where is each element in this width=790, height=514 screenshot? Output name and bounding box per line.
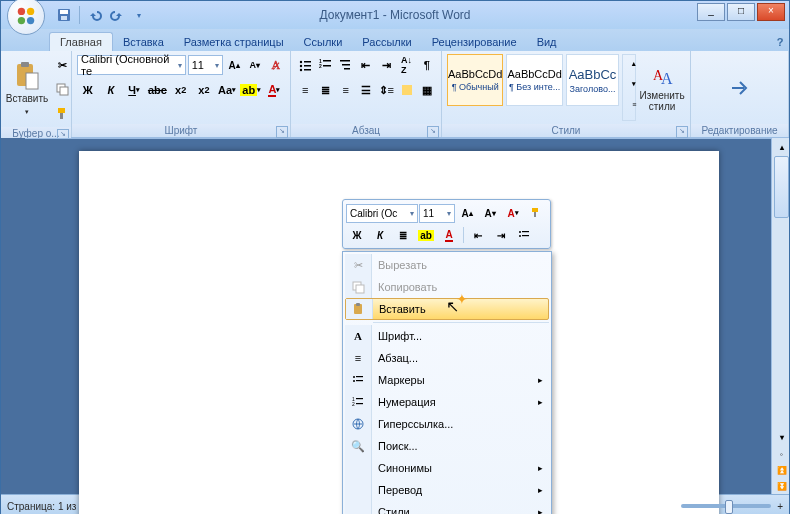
mini-size-combo[interactable]: 11▾ <box>419 204 455 223</box>
ctx-paragraph[interactable]: ≡Абзац... <box>345 347 549 369</box>
mini-font-color[interactable]: A <box>438 225 460 245</box>
ctx-paste[interactable]: Вставить <box>345 298 549 320</box>
bullets-button[interactable] <box>296 54 314 76</box>
line-spacing-button[interactable]: ⇕≡ <box>377 79 395 101</box>
mini-shrink-font[interactable]: A▾ <box>479 203 501 223</box>
mini-bullets[interactable] <box>513 225 535 245</box>
font-size-combo[interactable]: 11▾ <box>188 55 223 75</box>
paste-button[interactable]: Вставить ▾ <box>6 54 48 124</box>
ctx-numbering[interactable]: 12Нумерация▸ <box>345 391 549 413</box>
next-page[interactable]: ⏬ <box>772 478 790 494</box>
ctx-lookup[interactable]: 🔍Поиск... <box>345 435 549 457</box>
tab-mailings[interactable]: Рассылки <box>352 33 421 51</box>
svg-rect-42 <box>356 380 363 381</box>
inc-indent-button[interactable]: ⇥ <box>377 54 395 76</box>
ctx-synonyms[interactable]: Синонимы▸ <box>345 457 549 479</box>
ctx-hyperlink[interactable]: Гиперссылка... <box>345 413 549 435</box>
mini-highlight[interactable]: ab <box>415 225 437 245</box>
svg-rect-11 <box>60 87 68 95</box>
tab-references[interactable]: Ссылки <box>294 33 353 51</box>
tab-insert[interactable]: Вставка <box>113 33 174 51</box>
office-button[interactable] <box>7 0 45 35</box>
mini-format-painter[interactable] <box>525 203 547 223</box>
prev-page[interactable]: ⏫ <box>772 462 790 478</box>
svg-rect-12 <box>58 108 65 113</box>
save-button[interactable] <box>55 6 73 24</box>
undo-button[interactable] <box>86 6 104 24</box>
align-left-button[interactable]: ≡ <box>296 79 314 101</box>
underline-button[interactable]: Ч▾ <box>124 79 145 101</box>
window-controls: _ □ × <box>695 3 785 21</box>
maximize-button[interactable]: □ <box>727 3 755 21</box>
cut-button[interactable]: ✂ <box>51 54 73 76</box>
scroll-up[interactable]: ▴ <box>772 138 790 156</box>
shading-button[interactable] <box>397 79 415 101</box>
multilevel-button[interactable] <box>337 54 355 76</box>
help-button[interactable]: ? <box>771 33 789 51</box>
italic-button[interactable]: К <box>100 79 121 101</box>
superscript-button[interactable]: x2 <box>193 79 214 101</box>
mini-bold[interactable]: Ж <box>346 225 368 245</box>
bold-button[interactable]: Ж <box>77 79 98 101</box>
ctx-bullets[interactable]: Маркеры▸ <box>345 369 549 391</box>
browse-object[interactable]: ◦ <box>772 446 790 462</box>
tab-view[interactable]: Вид <box>527 33 567 51</box>
font-color-button[interactable]: A▾ <box>264 79 285 101</box>
styles-launcher[interactable]: ↘ <box>676 126 688 138</box>
mini-dec-indent[interactable]: ⇤ <box>467 225 489 245</box>
tab-pagelayout[interactable]: Разметка страницы <box>174 33 294 51</box>
ctx-font[interactable]: AШрифт... <box>345 325 549 347</box>
svg-rect-25 <box>342 64 350 66</box>
page-viewport[interactable]: Calibri (Ос▾ 11▾ A▴ A▾ A▾ Ж К ≣ ab <box>26 139 771 514</box>
style-normal[interactable]: AaBbCcDd¶ Обычный <box>447 54 503 106</box>
vertical-scrollbar[interactable]: ▴ ▾ ◦ ⏫ ⏬ <box>771 138 789 494</box>
show-marks-button[interactable]: ¶ <box>418 54 436 76</box>
svg-point-16 <box>300 65 302 67</box>
clear-format-button[interactable]: A̷ <box>266 54 285 76</box>
minimize-button[interactable]: _ <box>697 3 725 21</box>
app-window: ▾ Документ1 - Microsoft Word _ □ × Главн… <box>0 0 790 514</box>
justify-button[interactable]: ☰ <box>357 79 375 101</box>
zoom-slider[interactable] <box>681 504 771 508</box>
subscript-button[interactable]: x2 <box>170 79 191 101</box>
style-heading1[interactable]: AaBbCcЗаголово... <box>566 54 619 106</box>
svg-text:2: 2 <box>352 401 355 407</box>
borders-button[interactable]: ▦ <box>418 79 436 101</box>
mini-italic[interactable]: К <box>369 225 391 245</box>
scroll-down[interactable]: ▾ <box>772 428 790 446</box>
editing-button[interactable] <box>719 54 761 121</box>
sort-button[interactable]: A↓Z <box>397 54 415 76</box>
qat-customize[interactable]: ▾ <box>130 6 148 24</box>
align-right-button[interactable]: ≡ <box>337 79 355 101</box>
numbering-button[interactable]: 12 <box>316 54 334 76</box>
tab-review[interactable]: Рецензирование <box>422 33 527 51</box>
scroll-thumb[interactable] <box>774 156 789 218</box>
mini-font-combo[interactable]: Calibri (Ос▾ <box>346 204 418 223</box>
tab-home[interactable]: Главная <box>49 32 113 51</box>
mini-styles[interactable]: A▾ <box>502 203 524 223</box>
redo-button[interactable] <box>108 6 126 24</box>
zoom-in[interactable]: + <box>777 501 783 512</box>
ctx-styles[interactable]: Стили▸ <box>345 501 549 514</box>
close-button[interactable]: × <box>757 3 785 21</box>
align-center-button[interactable]: ≣ <box>316 79 334 101</box>
mini-inc-indent[interactable]: ⇥ <box>490 225 512 245</box>
dec-indent-button[interactable]: ⇤ <box>357 54 375 76</box>
format-painter-button[interactable] <box>51 102 73 124</box>
change-styles-button[interactable]: AA Изменить стили <box>639 54 685 121</box>
svg-point-39 <box>353 376 355 378</box>
grow-font-button[interactable]: A▴ <box>225 54 244 76</box>
font-launcher[interactable]: ↘ <box>276 126 288 138</box>
strike-button[interactable]: abc <box>147 79 168 101</box>
svg-rect-32 <box>522 231 529 232</box>
mini-grow-font[interactable]: A▴ <box>456 203 478 223</box>
change-case-button[interactable]: Aa▾ <box>217 79 238 101</box>
shrink-font-button[interactable]: A▾ <box>245 54 264 76</box>
copy-button[interactable] <box>51 78 73 100</box>
mini-center[interactable]: ≣ <box>392 225 414 245</box>
ctx-translate[interactable]: Перевод▸ <box>345 479 549 501</box>
style-nospacing[interactable]: AaBbCcDd¶ Без инте... <box>506 54 562 106</box>
font-name-combo[interactable]: Calibri (Основной те▾ <box>77 55 186 75</box>
highlight-button[interactable]: ab▾ <box>240 79 262 101</box>
para-launcher[interactable]: ↘ <box>427 126 439 138</box>
